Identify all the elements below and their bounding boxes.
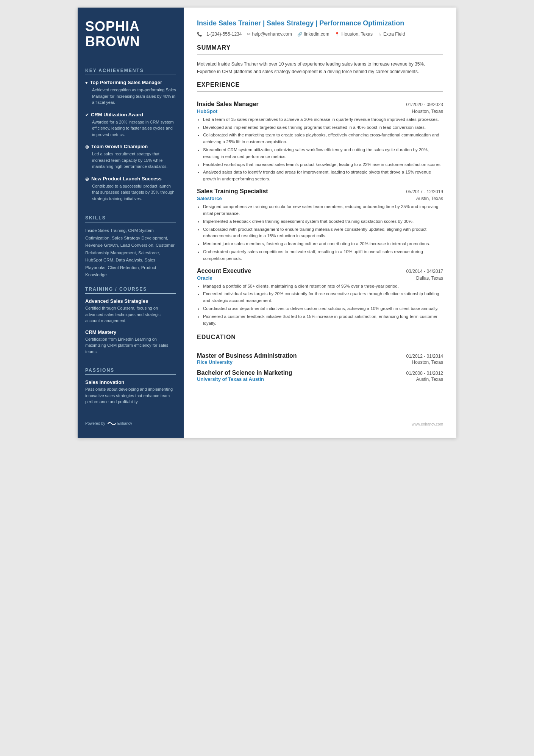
job-location: Austin, Texas	[416, 196, 443, 201]
achievement-icon: ✔	[85, 113, 89, 117]
passion-item: Sales Innovation Passionate about develo…	[85, 379, 176, 405]
achievement-item: ♥ Top Performing Sales Manager Achieved …	[85, 80, 176, 106]
achievement-icon: ◎	[85, 177, 89, 182]
training-section-title: TRAINING / COURSES	[85, 286, 176, 294]
job-company-line: Salesforce Austin, Texas	[197, 196, 443, 201]
job-bullet: Led a team of 15 sales representatives t…	[203, 116, 443, 123]
job-entry: Inside Sales Manager 01/2020 - 09/2023 H…	[197, 101, 443, 183]
edu-degree: Bachelor of Science in Marketing	[197, 369, 292, 376]
job-bullet: Mentored junior sales members, fostering…	[203, 241, 443, 247]
resume-container: SOPHIA BROWN KEY ACHIEVEMENTS ♥ Top Perf…	[78, 8, 456, 438]
job-entry: Sales Training Specialist 05/2017 - 12/2…	[197, 188, 443, 262]
achievement-item: ✔ CRM Utilization Award Awarded for a 20…	[85, 112, 176, 138]
contact-extra: ☆ Extra Field	[378, 31, 405, 37]
achievement-desc: Achieved recognition as top-performing S…	[85, 87, 176, 106]
job-company: Oracle	[197, 275, 212, 281]
passion-desc: Passionate about developing and implemen…	[85, 386, 176, 405]
job-bullet: Collaborated with product management to …	[203, 226, 443, 240]
email-icon: ✉	[247, 32, 250, 37]
job-location: Dallas, Texas	[416, 275, 443, 281]
contact-phone: 📞 +1-(234)-555-1234	[197, 31, 242, 37]
job-bullet: Analyzed sales data to identify trends a…	[203, 169, 443, 183]
job-bullet: Pioneered a customer feedback initiative…	[203, 313, 443, 327]
achievement-title: ♥ Top Performing Sales Manager	[85, 80, 176, 85]
experience-section-title: EXPERIENCE	[197, 81, 443, 88]
edu-dates: 01/2012 - 01/2014	[406, 354, 443, 359]
jobs-list: Inside Sales Manager 01/2020 - 09/2023 H…	[197, 95, 443, 328]
job-bullet: Facilitated workshops that increased sal…	[203, 161, 443, 168]
contact-linkedin: 🔗 linkedin.com	[297, 31, 329, 37]
job-dates: 03/2014 - 04/2017	[406, 269, 443, 274]
edu-school: Rice University	[197, 359, 233, 365]
contact-email: ✉ help@enhancv.com	[247, 31, 292, 37]
job-bullets: Led a team of 15 sales representatives t…	[197, 116, 443, 183]
main-header-title: Inside Sales Trainer | Sales Strategy | …	[197, 19, 443, 28]
achievement-item: ◎ Team Growth Champion Led a sales recru…	[85, 144, 176, 170]
job-company-line: HubSpot Houston, Texas	[197, 108, 443, 114]
achievement-title: ✔ CRM Utilization Award	[85, 112, 176, 117]
job-dates: 01/2020 - 09/2023	[406, 102, 443, 107]
job-bullets: Designed comprehensive training curricul…	[197, 203, 443, 262]
job-bullet: Streamlined CRM system utilization, opti…	[203, 147, 443, 160]
achievement-item: ◎ New Product Launch Success Contributed…	[85, 176, 176, 202]
main-footer: www.enhancv.com	[197, 411, 443, 426]
job-bullets: Managed a portfolio of 50+ clients, main…	[197, 283, 443, 327]
job-title: Inside Sales Manager	[197, 101, 259, 108]
achievement-desc: Contributed to a successful product laun…	[85, 183, 176, 202]
summary-section-title: SUMMARY	[197, 44, 443, 51]
skills-section-title: SKILLS	[85, 215, 176, 222]
job-header: Account Executive 03/2014 - 04/2017	[197, 268, 443, 274]
edu-location: Austin, Texas	[416, 377, 443, 382]
job-dates: 05/2017 - 12/2019	[406, 189, 443, 194]
job-company: HubSpot	[197, 108, 217, 114]
achievement-desc: Led a sales recruitment strategy that in…	[85, 151, 176, 170]
job-title: Sales Training Specialist	[197, 188, 268, 195]
enhancv-logo-icon	[108, 421, 116, 426]
candidate-name: SOPHIA BROWN	[85, 19, 176, 49]
achievements-section-title: KEY ACHIEVEMENTS	[85, 68, 176, 75]
sidebar: SOPHIA BROWN KEY ACHIEVEMENTS ♥ Top Perf…	[78, 8, 184, 438]
education-entry: Master of Business Administration 01/201…	[197, 352, 443, 365]
edu-dates: 01/2008 - 01/2012	[406, 371, 443, 376]
job-bullet: Implemented a feedback-driven training a…	[203, 218, 443, 225]
achievement-icon: ♥	[85, 80, 88, 85]
edu-school-line: University of Texas at Austin Austin, Te…	[197, 376, 443, 382]
contact-info: 📞 +1-(234)-555-1234 ✉ help@enhancv.com 🔗…	[197, 31, 443, 37]
education-divider	[197, 344, 443, 344]
achievements-list: ♥ Top Performing Sales Manager Achieved …	[85, 80, 176, 208]
link-icon: 🔗	[297, 32, 303, 37]
job-bullet: Collaborated with the marketing team to …	[203, 132, 443, 146]
achievement-icon: ◎	[85, 144, 89, 149]
achievement-desc: Awarded for a 20% increase in CRM system…	[85, 119, 176, 138]
skills-text: Inside Sales Training, CRM System Optimi…	[85, 227, 176, 279]
training-title: CRM Mastery	[85, 329, 176, 335]
passions-list: Sales Innovation Passionate about develo…	[85, 379, 176, 410]
edu-school: University of Texas at Austin	[197, 376, 264, 382]
job-bullet: Exceeded individual sales targets by 20%…	[203, 291, 443, 304]
passions-section-title: PASSIONS	[85, 368, 176, 375]
main-content: Inside Sales Trainer | Sales Strategy | …	[184, 8, 456, 438]
edu-header: Bachelor of Science in Marketing 01/2008…	[197, 369, 443, 376]
enhancv-logo: Enhancv	[108, 421, 132, 426]
summary-divider	[197, 54, 443, 55]
phone-icon: 📞	[197, 32, 202, 37]
job-bullet: Developed and implemented targeted sales…	[203, 124, 443, 131]
edu-location: Houston, Texas	[412, 360, 443, 365]
summary-text: Motivated Inside Sales Trainer with over…	[197, 61, 443, 75]
edu-degree: Master of Business Administration	[197, 352, 297, 359]
job-entry: Account Executive 03/2014 - 04/2017 Orac…	[197, 268, 443, 327]
job-header: Sales Training Specialist 05/2017 - 12/2…	[197, 188, 443, 195]
contact-location: 📍 Houston, Texas	[334, 31, 373, 37]
education-entry: Bachelor of Science in Marketing 01/2008…	[197, 369, 443, 382]
job-location: Houston, Texas	[412, 109, 443, 114]
education-section-title: EDUCATION	[197, 334, 443, 341]
education-list: Master of Business Administration 01/201…	[197, 348, 443, 382]
job-title: Account Executive	[197, 268, 251, 274]
training-list: Advanced Sales Strategies Certified thro…	[85, 298, 176, 360]
training-desc: Certification from LinkedIn Learning on …	[85, 336, 176, 355]
job-bullet: Designed comprehensive training curricul…	[203, 203, 443, 217]
job-bullet: Orchestrated quarterly sales competition…	[203, 249, 443, 262]
job-company: Salesforce	[197, 196, 222, 201]
training-title: Advanced Sales Strategies	[85, 298, 176, 304]
training-desc: Certified through Coursera, focusing on …	[85, 305, 176, 324]
